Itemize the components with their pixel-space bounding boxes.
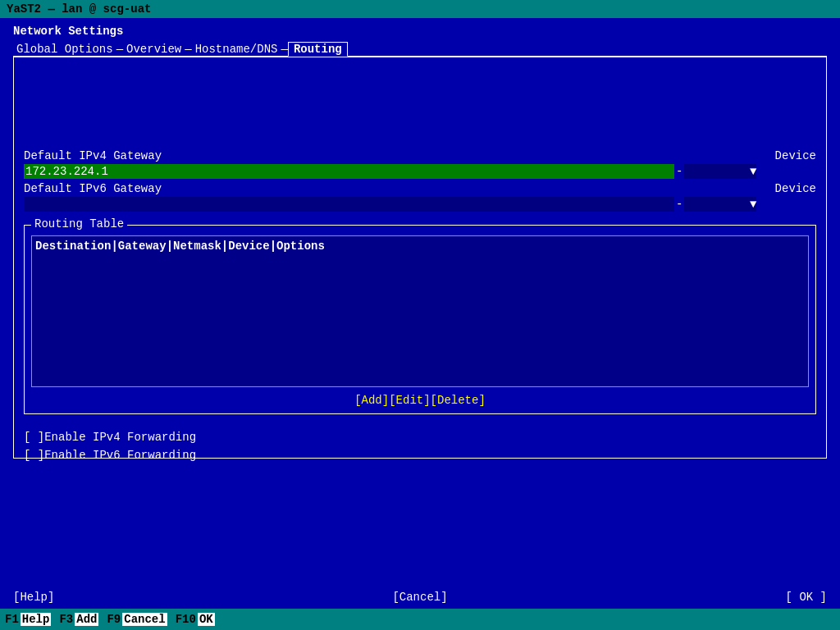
ipv4-dropdown-arrow: ▼ <box>750 165 756 178</box>
f9-key: F9 <box>105 613 122 626</box>
ipv6-dash: - <box>676 198 682 211</box>
f10-key-item: F10 OK <box>174 613 215 626</box>
help-button[interactable]: [Help] <box>13 591 54 604</box>
ipv6-gateway-label: Default IPv6 Gateway <box>24 182 162 195</box>
ipv4-gateway-input[interactable] <box>24 164 674 179</box>
edit-button[interactable]: [Edit] <box>389 394 430 407</box>
ipv4-forwarding-row: [ ] Enable IPv4 Forwarding <box>24 431 816 444</box>
f3-key: F3 <box>57 613 75 626</box>
f10-key: F10 <box>174 613 198 626</box>
ipv4-input-row: - ▼ <box>24 164 816 179</box>
ipv4-dash: - <box>676 165 682 178</box>
ipv4-gateway-label: Default IPv4 Gateway <box>24 149 162 162</box>
f10-label[interactable]: OK <box>198 613 215 626</box>
f1-label[interactable]: Help <box>21 613 52 626</box>
ipv6-forwarding-label: Enable IPv6 Forwarding <box>44 449 196 462</box>
f9-key-item: F9 Cancel <box>105 613 167 626</box>
main-panel: Default IPv4 Gateway Device - ▼ Default … <box>13 57 827 459</box>
forwarding-section: [ ] Enable IPv4 Forwarding [ ] Enable IP… <box>24 431 816 462</box>
ok-button[interactable]: [ OK ] <box>786 591 827 604</box>
add-button[interactable]: [Add] <box>354 394 389 407</box>
ipv6-device-dropdown[interactable]: ▼ <box>684 197 756 212</box>
ipv4-checkbox[interactable] <box>30 431 37 444</box>
routing-table-header: Destination|Gateway|Netmask|Device|Optio… <box>35 240 805 253</box>
main-content: Network Settings Global Options — Overvi… <box>0 18 840 465</box>
ipv4-checkbox-close: ] <box>38 431 44 444</box>
ipv6-checkbox[interactable] <box>30 449 37 462</box>
ipv6-input-row: - ▼ <box>24 197 816 212</box>
ipv6-section: Default IPv6 Gateway Device - ▼ <box>24 182 816 212</box>
ipv4-device-label: Device <box>775 149 816 162</box>
cancel-button[interactable]: [Cancel] <box>392 591 447 604</box>
network-settings-label: Network Settings <box>13 25 827 38</box>
tab-global-options[interactable]: Global Options <box>13 43 116 56</box>
f1-key: F1 <box>3 613 21 626</box>
bottom-bar: [Help] [Cancel] [ OK ] <box>0 587 840 607</box>
ipv6-checkbox-close: ] <box>38 449 44 462</box>
ipv6-checkbox-open: [ <box>24 449 30 462</box>
delete-button[interactable]: [Delete] <box>431 394 486 407</box>
ipv6-device-label: Device <box>775 182 816 195</box>
ipv4-forwarding-label: Enable IPv4 Forwarding <box>44 431 196 444</box>
title-bar: YaST2 — lan @ scg-uat <box>0 0 840 18</box>
f9-label[interactable]: Cancel <box>122 613 167 626</box>
f3-label[interactable]: Add <box>75 613 98 626</box>
ipv4-device-dropdown[interactable]: ▼ <box>684 164 756 179</box>
action-buttons: [Add][Edit][Delete] <box>31 394 809 407</box>
ipv6-dropdown-arrow: ▼ <box>750 198 756 211</box>
tab-hostname-dns[interactable]: Hostname/DNS <box>192 43 281 56</box>
ipv6-forwarding-row: [ ] Enable IPv6 Forwarding <box>24 449 816 462</box>
routing-table-inner[interactable]: Destination|Gateway|Netmask|Device|Optio… <box>31 235 809 387</box>
f3-key-item: F3 Add <box>57 613 98 626</box>
ipv6-gateway-input[interactable] <box>24 197 674 212</box>
f1-key-item: F1 Help <box>3 613 51 626</box>
title-text: YaST2 — lan @ scg-uat <box>7 2 151 16</box>
ipv4-checkbox-open: [ <box>24 431 30 444</box>
tab-overview[interactable]: Overview <box>123 43 185 56</box>
ipv4-section: Default IPv4 Gateway Device - ▼ <box>24 149 816 179</box>
routing-table-title: Routing Table <box>31 217 127 231</box>
routing-table-section: Routing Table Destination|Gateway|Netmas… <box>24 225 816 414</box>
function-bar: F1 Help F3 Add F9 Cancel F10 OK <box>0 609 840 630</box>
tab-routing[interactable]: Routing <box>288 42 348 57</box>
